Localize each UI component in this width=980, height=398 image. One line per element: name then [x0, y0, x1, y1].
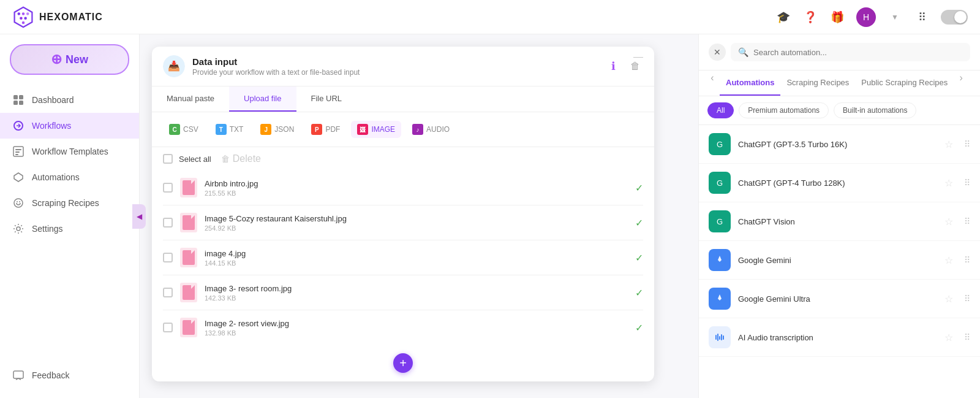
auto-item-chatgpt-4[interactable]: G ChatGPT (GPT-4 Turbo 128K) ☆ ⠿ — [699, 164, 980, 202]
tab-file-url[interactable]: File URL — [296, 86, 357, 112]
new-button[interactable]: ⊕ New — [10, 44, 129, 75]
file-checkbox-2[interactable] — [163, 253, 173, 262]
tab-scraping-recipes[interactable]: Scraping Recipes — [780, 71, 855, 96]
chatgpt-icon-2: G — [709, 210, 731, 232]
sidebar-item-workflows[interactable]: Workflows — [0, 113, 139, 139]
tab-prev-arrow[interactable]: ‹ — [705, 71, 720, 85]
file-info-4: Image 2- resort view.jpg 132.98 KB — [205, 319, 628, 337]
tab-next-arrow[interactable]: › — [954, 71, 968, 85]
delete-button[interactable]: 🗑 Delete — [221, 153, 261, 164]
select-all-checkbox[interactable] — [163, 154, 173, 164]
grid-icon-2[interactable]: ⠿ — [964, 216, 970, 226]
file-checkbox-4[interactable] — [163, 323, 173, 332]
close-button[interactable]: ✕ — [709, 44, 726, 61]
auto-item-name-2: ChatGPT Vision — [738, 217, 937, 226]
star-icon-3[interactable]: ☆ — [944, 254, 953, 266]
auto-item-google-gemini-ultra[interactable]: Google Gemini Ultra ☆ ⠿ — [699, 280, 980, 318]
tab-public-scraping-recipes[interactable]: Public Scraping Recipes — [855, 71, 954, 96]
sidebar-item-dashboard[interactable]: Dashboard — [0, 87, 139, 113]
star-icon-4[interactable]: ☆ — [944, 293, 953, 305]
panel-header: 📥 Data input Provide your workflow with … — [152, 47, 654, 86]
svg-rect-39 — [723, 335, 724, 340]
filetype-json[interactable]: J JSON — [254, 121, 300, 138]
file-info-0: Airbnb intro.jpg 215.55 KB — [205, 179, 628, 197]
panel-minimize-icon[interactable]: — — [633, 52, 643, 63]
star-icon-1[interactable]: ☆ — [944, 177, 953, 189]
auto-item-google-gemini[interactable]: Google Gemini ☆ ⠿ — [699, 241, 980, 280]
star-icon-0[interactable]: ☆ — [944, 139, 953, 150]
info-icon[interactable]: ℹ — [605, 58, 621, 74]
filter-all[interactable]: All — [707, 102, 734, 118]
sidebar-item-feedback[interactable]: Feedback — [12, 362, 127, 388]
grid-icon-1[interactable]: ⠿ — [964, 178, 970, 188]
auto-item-chatgpt-vision[interactable]: G ChatGPT Vision ☆ ⠿ — [699, 202, 980, 241]
auto-item-name-0: ChatGPT (GPT-3.5 Turbo 16K) — [738, 140, 937, 149]
graduation-cap-icon[interactable]: 🎓 — [775, 9, 791, 25]
add-file-button[interactable]: + — [393, 353, 413, 373]
grid-icon-0[interactable]: ⠿ — [964, 139, 970, 149]
sidebar-item-settings[interactable]: Settings — [0, 216, 139, 242]
avatar[interactable]: H — [856, 7, 876, 27]
svg-text:📥: 📥 — [168, 60, 180, 72]
svg-text:G: G — [717, 140, 723, 149]
file-thumb-1 — [180, 213, 197, 232]
select-all-button[interactable]: Select all — [179, 155, 211, 164]
tab-manual-paste[interactable]: Manual paste — [152, 86, 229, 112]
file-row: Image 3- resort room.jpg 142.33 KB ✓ — [163, 275, 643, 310]
grid-icon[interactable]: ⠿ — [914, 9, 930, 25]
svg-rect-36 — [717, 334, 718, 341]
tab-upload-file[interactable]: Upload file — [229, 86, 296, 112]
search-icon: 🔍 — [738, 47, 748, 57]
svg-rect-15 — [15, 154, 18, 155]
file-size-1: 254.92 KB — [205, 224, 628, 232]
filetype-txt[interactable]: T TXT — [209, 121, 250, 138]
json-icon: J — [260, 124, 271, 135]
chatgpt-icon-1: G — [709, 172, 731, 194]
hexomatic-logo — [12, 6, 34, 28]
filter-pills: All Premium automations Built-in automat… — [699, 96, 980, 125]
star-icon-2[interactable]: ☆ — [944, 216, 953, 228]
sidebar-item-scraping-recipes[interactable]: Scraping Recipes — [0, 190, 139, 216]
file-row: Airbnb intro.jpg 215.55 KB ✓ — [163, 170, 643, 205]
csv-label: CSV — [183, 125, 198, 134]
star-icon-5[interactable]: ☆ — [944, 332, 953, 343]
filetype-audio[interactable]: ♪ AUDIO — [406, 121, 456, 138]
search-input[interactable] — [753, 48, 963, 57]
pdf-icon: P — [311, 124, 322, 135]
sidebar-label-workflows: Workflows — [32, 121, 71, 131]
file-name-4: Image 2- resort view.jpg — [205, 319, 628, 328]
svg-rect-10 — [19, 101, 23, 105]
pdf-label: PDF — [325, 125, 340, 134]
settings-icon — [12, 223, 24, 235]
automation-list: G ChatGPT (GPT-3.5 Turbo 16K) ☆ ⠿ G Chat… — [699, 125, 980, 398]
grid-icon-4[interactable]: ⠿ — [964, 294, 970, 304]
grid-icon-3[interactable]: ⠿ — [964, 255, 970, 265]
image-label: IMAGE — [371, 125, 395, 134]
file-checkbox-1[interactable] — [163, 218, 173, 228]
grid-icon-5[interactable]: ⠿ — [964, 332, 970, 342]
chevron-down-icon[interactable]: ▼ — [887, 9, 903, 25]
filetype-image[interactable]: 🖼 IMAGE — [351, 121, 401, 138]
filetype-csv[interactable]: C CSV — [163, 121, 205, 138]
theme-toggle[interactable] — [941, 10, 968, 25]
file-size-4: 132.98 KB — [205, 329, 628, 337]
file-checkbox-0[interactable] — [163, 183, 173, 193]
sidebar-item-automations[interactable]: Automations — [0, 164, 139, 190]
gift-icon[interactable]: 🎁 — [829, 9, 845, 25]
file-status-4: ✓ — [635, 322, 643, 334]
sidebar-item-workflow-templates[interactable]: Workflow Templates — [0, 139, 139, 164]
filetype-pdf[interactable]: P PDF — [305, 121, 346, 138]
tab-automations[interactable]: Automations — [720, 71, 780, 96]
svg-marker-16 — [14, 173, 23, 182]
audio-icon: ♪ — [412, 124, 423, 135]
file-checkbox-3[interactable] — [163, 288, 173, 297]
panel-title: Data input — [192, 56, 598, 67]
filter-premium[interactable]: Premium automations — [739, 102, 829, 118]
auto-item-ai-audio[interactable]: AI Audio transcription ☆ ⠿ — [699, 318, 980, 357]
file-thumb-0 — [180, 178, 197, 197]
sidebar-collapse-button[interactable]: ◀ — [132, 204, 146, 229]
gemini-icon-0 — [709, 249, 731, 271]
help-icon[interactable]: ❓ — [802, 9, 818, 25]
filter-builtin[interactable]: Built-in automations — [834, 102, 916, 118]
auto-item-chatgpt-35[interactable]: G ChatGPT (GPT-3.5 Turbo 16K) ☆ ⠿ — [699, 125, 980, 164]
